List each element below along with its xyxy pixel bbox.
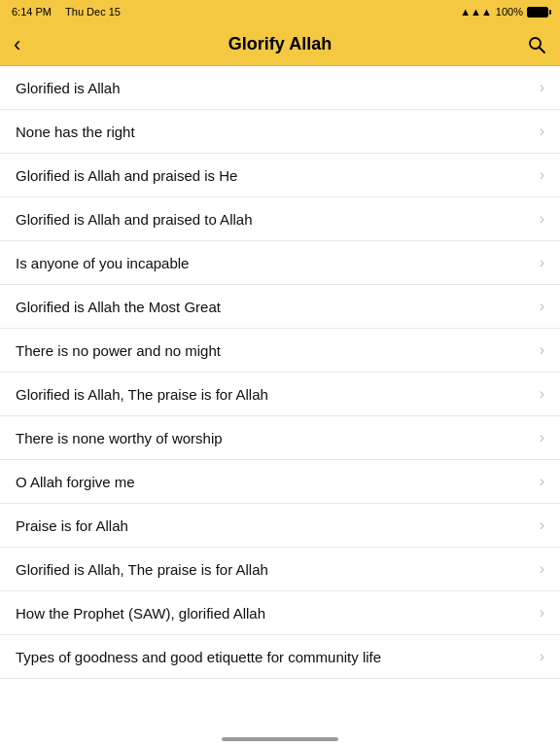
list-item-label: O Allah forgive me: [16, 474, 532, 490]
list-item[interactable]: Is anyone of you incapable›: [0, 241, 560, 285]
list-item[interactable]: Praise is for Allah›: [0, 504, 560, 548]
battery-percent: 100%: [496, 6, 523, 18]
list-item-label: Glorified is Allah the Most Great: [16, 299, 532, 315]
list-item[interactable]: Glorified is Allah and praised is He›: [0, 154, 560, 197]
nav-title: Glorify Allah: [45, 34, 515, 54]
list-container: Glorified is Allah›None has the right›Gl…: [0, 66, 560, 728]
list-item-label: Glorified is Allah and praised to Allah: [16, 211, 532, 228]
list-item[interactable]: O Allah forgive me›: [0, 460, 560, 504]
list-item-label: There is no power and no might: [16, 342, 532, 359]
list-item-label: Is anyone of you incapable: [16, 255, 532, 271]
list-item[interactable]: Glorified is Allah, The praise is for Al…: [0, 548, 560, 591]
back-icon: ‹: [14, 32, 20, 57]
chevron-right-icon: ›: [540, 254, 544, 271]
list-item[interactable]: Glorified is Allah›: [0, 66, 560, 110]
chevron-right-icon: ›: [540, 473, 544, 490]
list-item[interactable]: Types of goodness and good etiquette for…: [0, 635, 560, 679]
list-item-label: Glorified is Allah and praised is He: [16, 167, 532, 184]
list-item[interactable]: None has the right›: [0, 110, 560, 154]
list-item-label: Types of goodness and good etiquette for…: [16, 649, 532, 665]
status-time: 6:14 PM: [12, 6, 52, 18]
chevron-right-icon: ›: [540, 604, 544, 622]
home-indicator: [222, 737, 338, 741]
list-item-label: Praise is for Allah: [16, 517, 532, 534]
list-item-label: How the Prophet (SAW), glorified Allah: [16, 605, 532, 622]
chevron-right-icon: ›: [540, 516, 544, 534]
list-item[interactable]: Glorified is Allah and praised to Allah›: [0, 197, 560, 241]
chevron-right-icon: ›: [540, 298, 544, 315]
chevron-right-icon: ›: [540, 123, 544, 140]
list-item[interactable]: How the Prophet (SAW), glorified Allah›: [0, 591, 560, 635]
list-item[interactable]: There is no power and no might›: [0, 329, 560, 373]
chevron-right-icon: ›: [540, 385, 544, 403]
status-date: Thu Dec 15: [65, 6, 121, 18]
list-item-label: There is none worthy of worship: [16, 430, 532, 446]
chevron-right-icon: ›: [540, 210, 544, 228]
search-icon: [527, 35, 546, 54]
list-item-label: None has the right: [16, 124, 532, 140]
search-button[interactable]: [515, 35, 546, 54]
chevron-right-icon: ›: [540, 429, 544, 446]
list-item[interactable]: Glorified is Allah, The praise is for Al…: [0, 373, 560, 416]
back-button[interactable]: ‹: [14, 32, 45, 57]
list-item-label: Glorified is Allah: [16, 80, 532, 96]
svg-line-1: [540, 47, 545, 53]
chevron-right-icon: ›: [540, 648, 544, 665]
wifi-icon: ▲▲▲: [460, 6, 492, 18]
status-icons: ▲▲▲ 100%: [460, 6, 548, 18]
chevron-right-icon: ›: [540, 560, 544, 578]
list-item[interactable]: There is none worthy of worship›: [0, 416, 560, 460]
list-item-label: Glorified is Allah, The praise is for Al…: [16, 561, 532, 578]
chevron-right-icon: ›: [540, 341, 544, 359]
nav-bar: ‹ Glorify Allah: [0, 23, 560, 66]
list-item-label: Glorified is Allah, The praise is for Al…: [16, 386, 532, 403]
status-bar: 6:14 PM Thu Dec 15 ▲▲▲ 100%: [0, 0, 560, 23]
battery-icon: [527, 7, 548, 18]
list-item[interactable]: Glorified is Allah the Most Great›: [0, 285, 560, 329]
chevron-right-icon: ›: [540, 166, 544, 184]
status-time-date: 6:14 PM Thu Dec 15: [12, 6, 121, 18]
chevron-right-icon: ›: [540, 79, 544, 96]
